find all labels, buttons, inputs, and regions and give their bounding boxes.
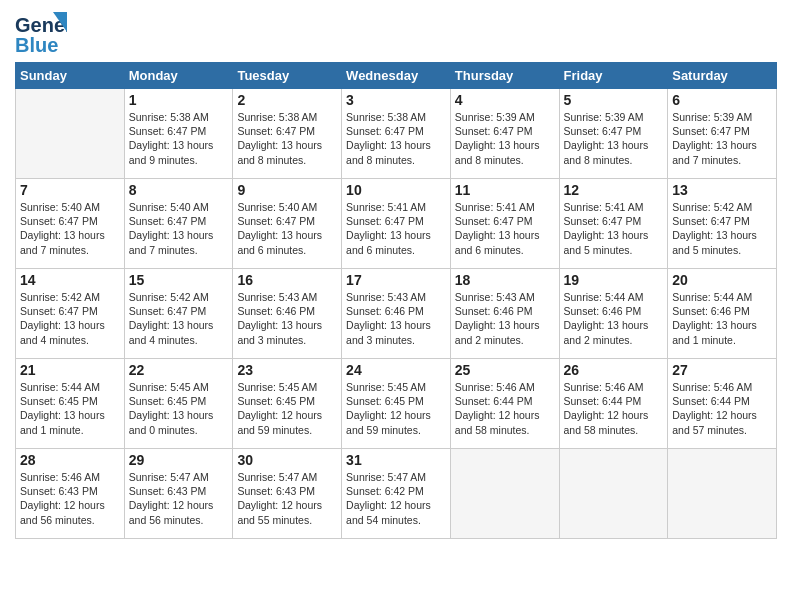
cal-cell-4: 4Sunrise: 5:39 AM Sunset: 6:47 PM Daylig… (450, 89, 559, 179)
cell-info: Sunrise: 5:38 AM Sunset: 6:47 PM Dayligh… (346, 110, 446, 167)
cal-cell-2: 2Sunrise: 5:38 AM Sunset: 6:47 PM Daylig… (233, 89, 342, 179)
cell-info: Sunrise: 5:43 AM Sunset: 6:46 PM Dayligh… (237, 290, 337, 347)
cal-cell-31: 31Sunrise: 5:47 AM Sunset: 6:42 PM Dayli… (342, 449, 451, 539)
cal-cell-20: 20Sunrise: 5:44 AM Sunset: 6:46 PM Dayli… (668, 269, 777, 359)
cal-cell-25: 25Sunrise: 5:46 AM Sunset: 6:44 PM Dayli… (450, 359, 559, 449)
cal-cell-14: 14Sunrise: 5:42 AM Sunset: 6:47 PM Dayli… (16, 269, 125, 359)
cal-cell-16: 16Sunrise: 5:43 AM Sunset: 6:46 PM Dayli… (233, 269, 342, 359)
cal-cell-21: 21Sunrise: 5:44 AM Sunset: 6:45 PM Dayli… (16, 359, 125, 449)
cell-info: Sunrise: 5:47 AM Sunset: 6:42 PM Dayligh… (346, 470, 446, 527)
day-header-friday: Friday (559, 63, 668, 89)
cal-cell-10: 10Sunrise: 5:41 AM Sunset: 6:47 PM Dayli… (342, 179, 451, 269)
day-header-monday: Monday (124, 63, 233, 89)
calendar-table: SundayMondayTuesdayWednesdayThursdayFrid… (15, 62, 777, 539)
cal-cell-24: 24Sunrise: 5:45 AM Sunset: 6:45 PM Dayli… (342, 359, 451, 449)
cell-info: Sunrise: 5:46 AM Sunset: 6:44 PM Dayligh… (672, 380, 772, 437)
svg-text:Blue: Blue (15, 34, 58, 56)
cal-cell-17: 17Sunrise: 5:43 AM Sunset: 6:46 PM Dayli… (342, 269, 451, 359)
cell-info: Sunrise: 5:40 AM Sunset: 6:47 PM Dayligh… (129, 200, 229, 257)
day-number: 22 (129, 362, 229, 378)
cell-info: Sunrise: 5:41 AM Sunset: 6:47 PM Dayligh… (455, 200, 555, 257)
cell-info: Sunrise: 5:45 AM Sunset: 6:45 PM Dayligh… (346, 380, 446, 437)
header: General Blue (15, 10, 777, 56)
day-number: 4 (455, 92, 555, 108)
day-header-thursday: Thursday (450, 63, 559, 89)
day-header-sunday: Sunday (16, 63, 125, 89)
day-number: 30 (237, 452, 337, 468)
day-number: 28 (20, 452, 120, 468)
day-number: 3 (346, 92, 446, 108)
cal-cell-30: 30Sunrise: 5:47 AM Sunset: 6:43 PM Dayli… (233, 449, 342, 539)
cal-cell-empty (450, 449, 559, 539)
cell-info: Sunrise: 5:46 AM Sunset: 6:44 PM Dayligh… (455, 380, 555, 437)
cal-cell-29: 29Sunrise: 5:47 AM Sunset: 6:43 PM Dayli… (124, 449, 233, 539)
day-number: 24 (346, 362, 446, 378)
cell-info: Sunrise: 5:39 AM Sunset: 6:47 PM Dayligh… (564, 110, 664, 167)
day-number: 25 (455, 362, 555, 378)
cell-info: Sunrise: 5:43 AM Sunset: 6:46 PM Dayligh… (346, 290, 446, 347)
day-number: 26 (564, 362, 664, 378)
cell-info: Sunrise: 5:42 AM Sunset: 6:47 PM Dayligh… (672, 200, 772, 257)
cell-info: Sunrise: 5:47 AM Sunset: 6:43 PM Dayligh… (237, 470, 337, 527)
cell-info: Sunrise: 5:45 AM Sunset: 6:45 PM Dayligh… (129, 380, 229, 437)
cal-cell-1: 1Sunrise: 5:38 AM Sunset: 6:47 PM Daylig… (124, 89, 233, 179)
day-number: 12 (564, 182, 664, 198)
cell-info: Sunrise: 5:41 AM Sunset: 6:47 PM Dayligh… (564, 200, 664, 257)
day-number: 14 (20, 272, 120, 288)
cal-cell-15: 15Sunrise: 5:42 AM Sunset: 6:47 PM Dayli… (124, 269, 233, 359)
cal-cell-empty (16, 89, 125, 179)
cell-info: Sunrise: 5:42 AM Sunset: 6:47 PM Dayligh… (20, 290, 120, 347)
cell-info: Sunrise: 5:44 AM Sunset: 6:45 PM Dayligh… (20, 380, 120, 437)
cal-cell-5: 5Sunrise: 5:39 AM Sunset: 6:47 PM Daylig… (559, 89, 668, 179)
cell-info: Sunrise: 5:40 AM Sunset: 6:47 PM Dayligh… (20, 200, 120, 257)
cal-cell-19: 19Sunrise: 5:44 AM Sunset: 6:46 PM Dayli… (559, 269, 668, 359)
cell-info: Sunrise: 5:38 AM Sunset: 6:47 PM Dayligh… (129, 110, 229, 167)
cell-info: Sunrise: 5:45 AM Sunset: 6:45 PM Dayligh… (237, 380, 337, 437)
cal-cell-27: 27Sunrise: 5:46 AM Sunset: 6:44 PM Dayli… (668, 359, 777, 449)
cell-info: Sunrise: 5:44 AM Sunset: 6:46 PM Dayligh… (672, 290, 772, 347)
cell-info: Sunrise: 5:42 AM Sunset: 6:47 PM Dayligh… (129, 290, 229, 347)
day-number: 7 (20, 182, 120, 198)
cal-cell-18: 18Sunrise: 5:43 AM Sunset: 6:46 PM Dayli… (450, 269, 559, 359)
day-number: 13 (672, 182, 772, 198)
cell-info: Sunrise: 5:39 AM Sunset: 6:47 PM Dayligh… (672, 110, 772, 167)
cal-cell-13: 13Sunrise: 5:42 AM Sunset: 6:47 PM Dayli… (668, 179, 777, 269)
cal-cell-8: 8Sunrise: 5:40 AM Sunset: 6:47 PM Daylig… (124, 179, 233, 269)
cell-info: Sunrise: 5:40 AM Sunset: 6:47 PM Dayligh… (237, 200, 337, 257)
day-number: 31 (346, 452, 446, 468)
cal-cell-6: 6Sunrise: 5:39 AM Sunset: 6:47 PM Daylig… (668, 89, 777, 179)
logo: General Blue (15, 10, 67, 56)
cal-cell-empty (668, 449, 777, 539)
cal-cell-26: 26Sunrise: 5:46 AM Sunset: 6:44 PM Dayli… (559, 359, 668, 449)
cell-info: Sunrise: 5:39 AM Sunset: 6:47 PM Dayligh… (455, 110, 555, 167)
day-number: 17 (346, 272, 446, 288)
day-number: 23 (237, 362, 337, 378)
day-number: 1 (129, 92, 229, 108)
day-number: 9 (237, 182, 337, 198)
cal-cell-22: 22Sunrise: 5:45 AM Sunset: 6:45 PM Dayli… (124, 359, 233, 449)
cal-cell-empty (559, 449, 668, 539)
day-number: 5 (564, 92, 664, 108)
day-number: 18 (455, 272, 555, 288)
day-number: 11 (455, 182, 555, 198)
cell-info: Sunrise: 5:47 AM Sunset: 6:43 PM Dayligh… (129, 470, 229, 527)
day-number: 8 (129, 182, 229, 198)
day-header-saturday: Saturday (668, 63, 777, 89)
day-number: 21 (20, 362, 120, 378)
cal-cell-28: 28Sunrise: 5:46 AM Sunset: 6:43 PM Dayli… (16, 449, 125, 539)
day-number: 27 (672, 362, 772, 378)
cell-info: Sunrise: 5:46 AM Sunset: 6:43 PM Dayligh… (20, 470, 120, 527)
cal-cell-3: 3Sunrise: 5:38 AM Sunset: 6:47 PM Daylig… (342, 89, 451, 179)
cell-info: Sunrise: 5:41 AM Sunset: 6:47 PM Dayligh… (346, 200, 446, 257)
day-number: 20 (672, 272, 772, 288)
cell-info: Sunrise: 5:38 AM Sunset: 6:47 PM Dayligh… (237, 110, 337, 167)
cell-info: Sunrise: 5:43 AM Sunset: 6:46 PM Dayligh… (455, 290, 555, 347)
cal-cell-23: 23Sunrise: 5:45 AM Sunset: 6:45 PM Dayli… (233, 359, 342, 449)
cal-cell-9: 9Sunrise: 5:40 AM Sunset: 6:47 PM Daylig… (233, 179, 342, 269)
cell-info: Sunrise: 5:44 AM Sunset: 6:46 PM Dayligh… (564, 290, 664, 347)
day-number: 2 (237, 92, 337, 108)
logo-icon: General Blue (15, 10, 67, 56)
day-number: 10 (346, 182, 446, 198)
cell-info: Sunrise: 5:46 AM Sunset: 6:44 PM Dayligh… (564, 380, 664, 437)
day-header-tuesday: Tuesday (233, 63, 342, 89)
